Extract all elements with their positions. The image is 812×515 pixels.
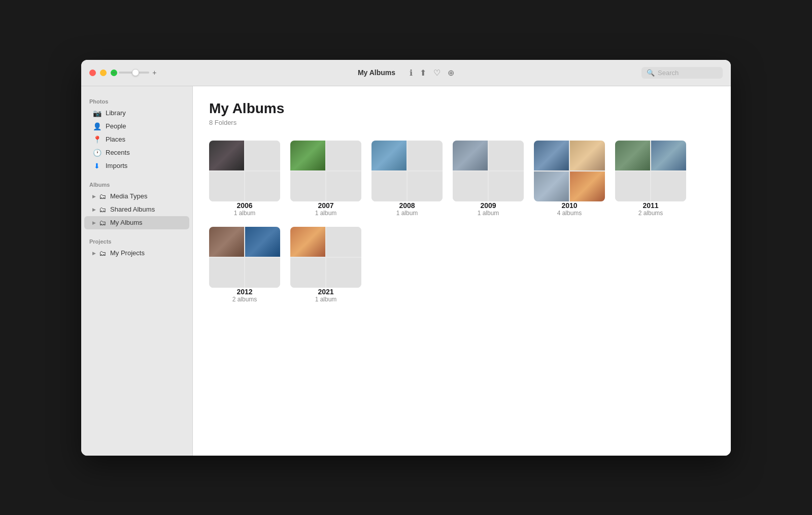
album-2012[interactable]: 2012 2 albums (209, 227, 280, 303)
add-to-album-icon[interactable]: ⊕ (448, 68, 454, 78)
people-icon: 👤 (92, 122, 101, 130)
album-2006-count: 1 album (209, 210, 280, 217)
album-2010-photo-4 (570, 171, 605, 201)
sidebar-item-places-label: Places (106, 135, 125, 143)
info-icon[interactable]: ℹ (410, 68, 413, 78)
sidebar-item-people-label: People (106, 122, 126, 130)
sidebar-item-my-albums[interactable]: ▶ 🗂 My Albums (84, 216, 189, 229)
album-2006[interactable]: 2006 1 album (209, 141, 280, 217)
album-2010-photo-1 (534, 141, 569, 170)
projects-section-label: Projects (81, 234, 192, 247)
album-2012-photo-1 (209, 227, 244, 257)
search-box[interactable]: 🔍 Search (641, 67, 723, 79)
sidebar-item-imports-label: Imports (106, 162, 127, 169)
album-2007-year: 2007 (290, 201, 361, 210)
album-2008-photo-1 (371, 141, 407, 170)
album-2021-year: 2021 (290, 288, 361, 296)
album-2011-photo-4 (651, 171, 686, 201)
album-2010-thumbnail (534, 141, 605, 201)
titlebar-center: My Albums ℹ ⬆ ♡ ⊕ (358, 68, 454, 78)
album-2009-photo-3 (453, 171, 488, 201)
album-2011-year: 2011 (615, 201, 686, 210)
album-2011-photo-3 (615, 171, 650, 201)
album-2006-photo-2 (245, 141, 280, 170)
my-projects-icon: 🗂 (99, 249, 106, 257)
imports-icon: ⬇ (92, 162, 101, 170)
album-2009-photo-1 (453, 141, 488, 170)
album-2021[interactable]: 2021 1 album (290, 227, 361, 303)
sidebar-item-recents[interactable]: 🕐 Recents (84, 146, 189, 159)
album-2010-year: 2010 (534, 201, 605, 210)
zoom-out-button[interactable]: − (112, 68, 116, 77)
album-2009-photo-4 (489, 171, 524, 201)
album-2007-photo-1 (290, 141, 325, 170)
album-2010-count: 4 albums (534, 210, 605, 217)
albums-grid: 2006 1 album 2007 1 album (209, 141, 715, 303)
zoom-thumb (132, 69, 139, 76)
albums-section-label: Albums (81, 178, 192, 190)
album-2011-photo-2 (651, 141, 686, 170)
album-2021-count: 1 album (290, 296, 361, 303)
album-2007-thumbnail (290, 141, 361, 201)
album-2007-photo-4 (326, 171, 361, 201)
album-2021-photo-2 (326, 227, 361, 257)
zoom-slider[interactable] (119, 72, 149, 74)
album-2006-photo-1 (209, 141, 244, 170)
album-2021-thumbnail (290, 227, 361, 288)
expand-icon-media-types: ▶ (92, 194, 96, 199)
album-2008-photo-3 (371, 171, 407, 201)
sidebar-item-people[interactable]: 👤 People (84, 120, 189, 133)
album-2012-photo-3 (209, 258, 244, 288)
album-2012-count: 2 albums (209, 296, 280, 303)
album-2006-thumbnail (209, 141, 280, 201)
album-2010-photo-3 (534, 171, 569, 201)
album-2007-photo-2 (326, 141, 361, 170)
library-icon: 📷 (92, 109, 101, 117)
sidebar-item-library[interactable]: 📷 Library (84, 107, 189, 120)
page-title: My Albums (209, 100, 715, 117)
share-icon[interactable]: ⬆ (420, 68, 426, 78)
app-window: − + My Albums ℹ ⬆ ♡ ⊕ 🔍 Search Phot (81, 60, 731, 456)
expand-icon-my-projects: ▶ (92, 251, 96, 256)
titlebar: − + My Albums ℹ ⬆ ♡ ⊕ 🔍 Search (81, 60, 731, 86)
album-2011-count: 2 albums (615, 210, 686, 217)
zoom-in-button[interactable]: + (152, 68, 156, 77)
album-2008-photo-4 (408, 171, 443, 201)
sidebar-item-imports[interactable]: ⬇ Imports (84, 159, 189, 173)
media-types-icon: 🗂 (99, 192, 106, 200)
expand-icon-shared-albums: ▶ (92, 207, 96, 212)
album-2007-count: 1 album (290, 210, 361, 217)
album-2012-year: 2012 (209, 288, 280, 296)
album-2009[interactable]: 2009 1 album (453, 141, 524, 217)
sidebar-item-shared-albums[interactable]: ▶ 🗂 Shared Albums (84, 203, 189, 216)
favorite-icon[interactable]: ♡ (433, 68, 441, 78)
minimize-button[interactable] (100, 70, 107, 76)
album-2008-count: 1 album (371, 210, 443, 217)
album-2006-photo-4 (245, 171, 280, 201)
sidebar-item-my-projects-label: My Projects (110, 249, 145, 257)
album-2012-photo-4 (245, 258, 280, 288)
main-layout: Photos 📷 Library 👤 People 📍 Places 🕐 Rec… (81, 86, 731, 456)
content-area: My Albums 8 Folders 2006 1 album (193, 86, 731, 456)
album-2011-thumbnail (615, 141, 686, 201)
sidebar-item-places[interactable]: 📍 Places (84, 133, 189, 146)
recents-icon: 🕐 (92, 149, 101, 157)
album-2011-photo-1 (615, 141, 650, 170)
sidebar-item-my-projects[interactable]: ▶ 🗂 My Projects (84, 247, 189, 260)
album-2006-photo-3 (209, 171, 244, 201)
album-2021-photo-1 (290, 227, 325, 257)
album-2011[interactable]: 2011 2 albums (615, 141, 686, 217)
sidebar-item-media-types[interactable]: ▶ 🗂 Media Types (84, 190, 189, 203)
album-2021-photo-3 (290, 258, 325, 288)
sidebar-item-shared-albums-label: Shared Albums (110, 205, 155, 213)
sidebar-item-media-types-label: Media Types (110, 192, 147, 200)
sidebar-item-library-label: Library (106, 109, 126, 117)
my-albums-icon: 🗂 (99, 219, 106, 227)
album-2009-photo-2 (489, 141, 524, 170)
album-2008[interactable]: 2008 1 album (371, 141, 443, 217)
close-button[interactable] (89, 70, 96, 76)
shared-albums-icon: 🗂 (99, 205, 106, 214)
sidebar-item-my-albums-label: My Albums (110, 219, 143, 226)
album-2010[interactable]: 2010 4 albums (534, 141, 605, 217)
album-2007[interactable]: 2007 1 album (290, 141, 361, 217)
